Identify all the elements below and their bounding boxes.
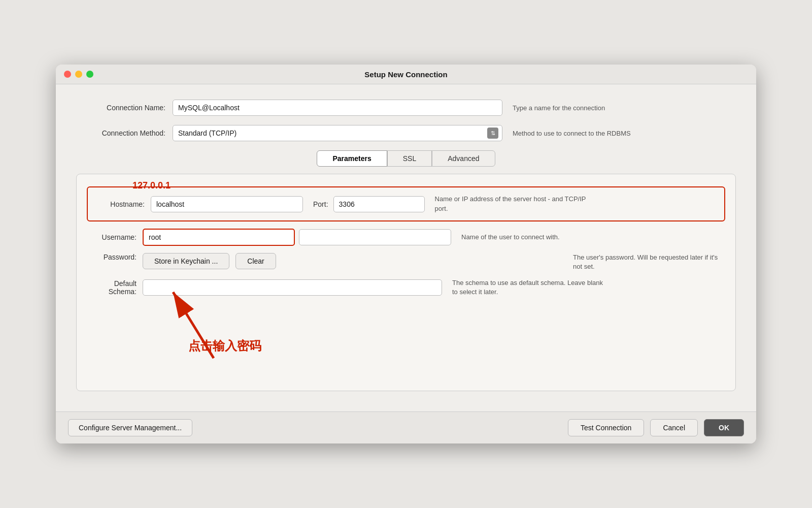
test-connection-button[interactable]: Test Connection [568, 419, 644, 436]
bottom-right: Test Connection Cancel OK [568, 419, 744, 436]
password-hint: The user's password. Will be requested l… [573, 253, 725, 271]
configure-server-button[interactable]: Configure Server Management... [68, 419, 192, 436]
method-select-wrapper: Standard (TCP/IP) Standard TCP/IP over S… [173, 125, 502, 141]
connection-name-label: Connection Name: [76, 104, 173, 112]
connection-method-row: Connection Method: Standard (TCP/IP) Sta… [76, 125, 736, 141]
username-row: Username: Name of the user to connect wi… [87, 229, 725, 246]
title-bar: Setup New Connection [56, 65, 756, 84]
username-extra-input[interactable] [299, 229, 451, 245]
username-input[interactable] [143, 229, 295, 246]
port-label: Port: [313, 200, 328, 208]
parameters-panel: 127.0.0.1 Hostname: Port: Name or IP add… [76, 174, 736, 391]
default-schema-hint: The schema to use as default schema. Lea… [452, 278, 604, 297]
close-button[interactable] [64, 71, 71, 78]
bottom-bar: Configure Server Management... Test Conn… [56, 411, 756, 443]
connection-method-hint: Method to use to connect to the RDBMS [513, 130, 631, 137]
store-keychain-button[interactable]: Store in Keychain ... [143, 253, 229, 269]
port-input[interactable] [333, 196, 425, 212]
window-title: Setup New Connection [364, 70, 447, 79]
password-label: Password: [87, 253, 143, 261]
hostname-label: Hostname: [95, 200, 151, 208]
tabs-row: Parameters SSL Advanced [76, 150, 736, 167]
traffic-lights [64, 71, 93, 78]
cancel-button[interactable]: Cancel [650, 419, 698, 436]
password-row: Password: Store in Keychain ... Clear Th… [87, 253, 725, 271]
host-port-box: Hostname: Port: Name or IP address of th… [87, 186, 725, 221]
connection-name-input[interactable] [173, 100, 502, 116]
hostname-input[interactable] [151, 196, 303, 212]
minimize-button[interactable] [75, 71, 82, 78]
default-schema-label: Default Schema: [87, 279, 143, 296]
clear-button[interactable]: Clear [235, 253, 276, 269]
maximize-button[interactable] [86, 71, 93, 78]
main-window: Setup New Connection Connection Name: Ty… [56, 65, 756, 443]
connection-name-row: Connection Name: Type a name for the con… [76, 100, 736, 116]
connection-method-label: Connection Method: [76, 129, 173, 137]
ok-button[interactable]: OK [704, 419, 744, 436]
username-label: Username: [87, 233, 143, 241]
connection-method-select[interactable]: Standard (TCP/IP) Standard TCP/IP over S… [173, 125, 502, 141]
tab-ssl[interactable]: SSL [387, 150, 432, 167]
connection-name-hint: Type a name for the connection [513, 104, 605, 112]
tab-parameters[interactable]: Parameters [317, 150, 387, 167]
tab-advanced[interactable]: Advanced [432, 150, 495, 167]
annotation-area: 点击输入密码 [87, 297, 725, 378]
password-buttons: Store in Keychain ... Clear [143, 253, 563, 269]
main-content: Connection Name: Type a name for the con… [56, 84, 756, 411]
ip-annotation: 127.0.0.1 [132, 180, 171, 191]
annotation-text: 点击输入密码 [188, 338, 261, 354]
bottom-left: Configure Server Management... [68, 419, 568, 436]
host-hint: Name or IP address of the server host - … [435, 195, 587, 213]
username-hint: Name of the user to connect with. [461, 233, 560, 242]
host-port-row: Hostname: Port: Name or IP address of th… [95, 195, 717, 213]
